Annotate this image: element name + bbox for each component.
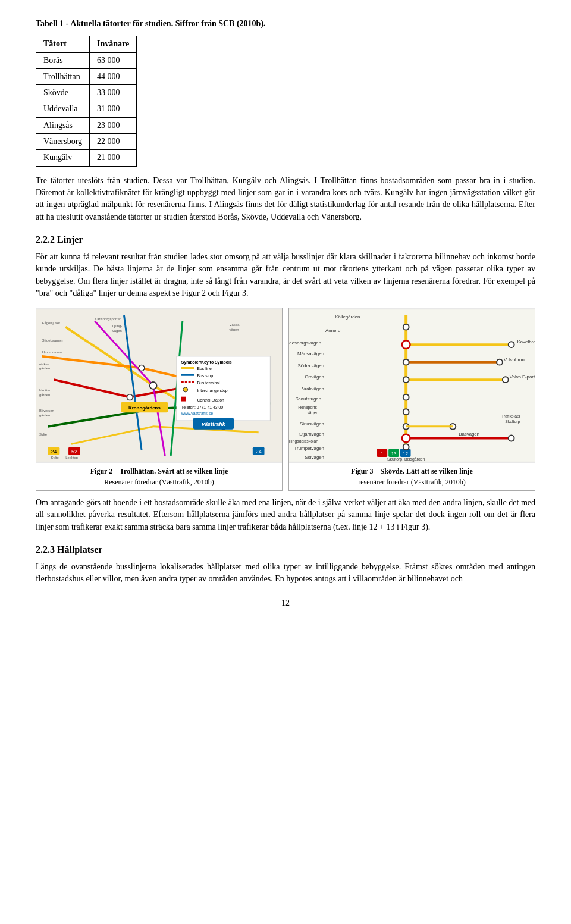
svg-point-74 [403, 324, 409, 330]
svg-text:Volvo F-port: Volvo F-port [510, 374, 535, 380]
figure-3-caption-normal: resenärer föredrar (Västtrafik, 2010b) [358, 478, 466, 486]
svg-text:Leaktop: Leaktop [65, 456, 79, 459]
svg-point-108 [403, 444, 409, 450]
population-table: Tätort Invånare Borås63 000Trollhättan44… [36, 36, 137, 166]
svg-text:Fågelsjuset: Fågelsjuset [42, 321, 60, 325]
svg-text:Trafikplats: Trafikplats [501, 414, 520, 419]
svg-text:Vrákvägen: Vrákvägen [302, 386, 324, 391]
svg-text:Orrvägen: Orrvägen [305, 374, 324, 380]
figure-3-caption: Figur 3 – Skövde. Lätt att se vilken lin… [289, 463, 535, 490]
svg-text:gården: gården [39, 367, 50, 371]
svg-text:gården: gården [39, 393, 50, 397]
svg-text:Heneports-: Heneports- [298, 406, 318, 411]
figure-3-image: 1 13 12 [289, 308, 535, 463]
svg-point-83 [497, 359, 503, 365]
svg-text:Sägebsamen: Sägebsamen [42, 339, 63, 342]
paragraph-antagande: Om antagande görs att boende i ett bosta… [36, 497, 535, 533]
svg-text:Bus terminal: Bus terminal [197, 381, 220, 385]
svg-point-76 [403, 359, 409, 365]
svg-text:gården: gården [39, 414, 50, 417]
svg-text:24: 24 [51, 449, 57, 455]
svg-text:vägen: vägen [307, 411, 318, 415]
table-row: Kungälv21 000 [36, 150, 137, 166]
table-caption: Tabell 1 - Aktuella tätorter för studien… [36, 18, 535, 30]
figure-3-caption-bold: Figur 3 – Skövde. Lätt att se vilken lin… [351, 467, 473, 475]
svg-text:Trumpetvägen: Trumpetvägen [294, 446, 324, 451]
svg-text:Sylte: Sylte [51, 456, 59, 459]
svg-point-75 [402, 341, 410, 349]
svg-point-17 [139, 365, 145, 371]
svg-point-79 [403, 409, 409, 415]
svg-text:Central Station: Central Station [197, 398, 224, 402]
svg-text:Idrotts-: Idrotts- [39, 389, 50, 392]
table-row: Borås63 000 [36, 52, 137, 68]
table-row: Alingsås23 000 [36, 117, 137, 133]
svg-text:Claesborgsvägen: Claesborgsvägen [289, 340, 321, 346]
svg-text:Volvobron: Volvobron [504, 357, 525, 362]
figure-2-caption-normal: Resenärer föredrar (Västtrafik, 2010b) [104, 478, 214, 486]
figure-2-image: 52 24 24 Kronogårdens Symboler/Key to Sy… [36, 308, 282, 463]
paragraph-hallplatser: Längs de ovanstående busslinjerna lokali… [36, 561, 535, 585]
svg-text:Kronogårdens: Kronogårdens [128, 406, 161, 411]
figure-2-caption: Figur 2 – Trollhättan. Svårt att se vilk… [36, 463, 282, 490]
svg-text:Hjortmossen: Hjortmossen [42, 350, 62, 354]
svg-text:12: 12 [403, 451, 408, 456]
svg-point-85 [509, 436, 514, 441]
svg-text:Sylte: Sylte [39, 433, 48, 436]
svg-point-77 [403, 377, 409, 383]
svg-point-82 [509, 342, 514, 347]
svg-point-15 [150, 382, 157, 389]
svg-point-16 [127, 394, 133, 400]
svg-text:Basvägen: Basvägen [459, 431, 479, 437]
svg-text:Källegården: Källegården [335, 314, 360, 320]
svg-point-37 [183, 387, 188, 392]
svg-point-81 [402, 434, 410, 443]
table-row: Vänersborg22 000 [36, 134, 137, 150]
svg-text:Böversen-: Böversen- [39, 409, 55, 412]
svg-text:www.vasttrafik.se: www.vasttrafik.se [181, 411, 213, 415]
table-row: Skövde33 000 [36, 85, 137, 101]
table-row: Trollhättan44 000 [36, 68, 137, 84]
svg-text:Telefon: 0771-41 43 00: Telefon: 0771-41 43 00 [181, 406, 224, 410]
svg-text:Siriusvägen: Siriusvägen [300, 421, 324, 427]
section-heading-hallplatser: 2.2.3 Hållplatser [36, 543, 535, 556]
svg-text:Södra vägen: Södra vägen [297, 363, 324, 368]
svg-text:Scoutstugan: Scoutstugan [295, 396, 321, 402]
svg-text:västtrafik: västtrafik [202, 421, 225, 427]
figures-container: 52 24 24 Kronogårdens Symboler/Key to Sy… [36, 308, 535, 491]
page-number: 12 [36, 597, 535, 609]
svg-text:vägen: vägen [112, 329, 122, 333]
svg-text:52: 52 [71, 449, 77, 455]
svg-text:vägen: vägen [230, 328, 239, 331]
paragraph-1: Tre tätorter uteslöts från studien. Dess… [36, 175, 535, 223]
svg-text:Skultorp: Skultorp [505, 419, 520, 424]
paragraph-linjer: För att kunna få relevant resultat från … [36, 251, 535, 299]
svg-text:Kavelbrovagen: Kavelbrovagen [517, 339, 535, 344]
figure-3: 1 13 12 [288, 308, 535, 491]
col-header-tatort: Tätort [36, 36, 90, 52]
svg-text:Stjärnvägen: Stjärnvägen [299, 431, 324, 437]
svg-text:Annero: Annero [325, 328, 341, 333]
svg-text:Interchange stop: Interchange stop [197, 389, 227, 393]
svg-text:Karlsborgsporten: Karlsborgsporten [95, 317, 121, 321]
svg-text:1: 1 [381, 451, 383, 456]
svg-text:Skultorp, Bissgården: Skultorp, Bissgården [387, 457, 425, 462]
figure-2-caption-bold: Figur 2 – Trollhättan. Svårt att se vilk… [90, 467, 228, 475]
svg-text:Symboler/Key to Symbols: Symboler/Key to Symbols [181, 360, 232, 365]
svg-text:Solvägen: Solvägen [305, 455, 324, 460]
svg-text:nickel-: nickel- [39, 362, 49, 366]
svg-text:13: 13 [391, 451, 397, 456]
svg-text:Västra-: Västra- [230, 323, 241, 327]
svg-text:Bus stop: Bus stop [197, 374, 213, 378]
svg-text:Bus line: Bus line [197, 367, 212, 371]
svg-point-84 [503, 377, 509, 383]
figure-2: 52 24 24 Kronogårdens Symboler/Key to Sy… [36, 308, 283, 491]
svg-text:Ljung-: Ljung- [112, 324, 122, 328]
svg-text:24: 24 [256, 449, 262, 455]
svg-point-78 [403, 394, 409, 400]
col-header-invånare: Invånare [90, 36, 137, 52]
table-row: Uddevalla31 000 [36, 101, 137, 117]
section-heading-linjer: 2.2.2 Linjer [36, 233, 535, 246]
svg-text:Månsavägen: Månsavägen [297, 351, 324, 356]
svg-text:Billingsdalsskolan: Billingsdalsskolan [289, 440, 318, 444]
